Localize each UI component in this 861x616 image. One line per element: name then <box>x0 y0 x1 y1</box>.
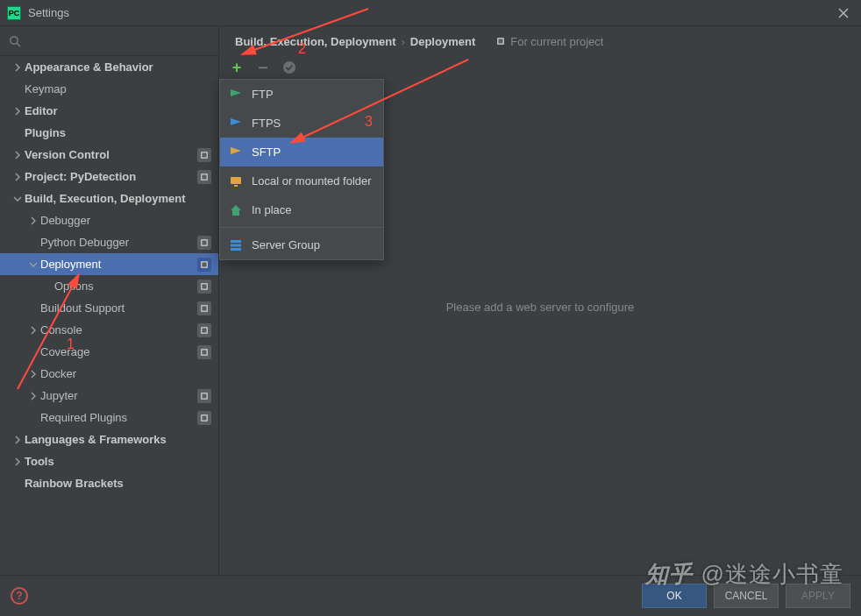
chevron-right-icon <box>11 148 25 162</box>
tree-item-label: Coverage <box>40 345 197 358</box>
tree-item-label: Keymap <box>25 82 211 96</box>
main-panel: Build, Execution, Deployment › Deploymen… <box>219 26 861 575</box>
tree-item-label: Console <box>40 323 197 336</box>
deployment-toolbar: + − <box>219 56 861 79</box>
popup-item-label: FTPS <box>252 117 281 130</box>
tree-item-required-plugins[interactable]: Required Plugins <box>0 407 218 428</box>
project-icon <box>197 236 211 250</box>
svg-point-23 <box>283 61 295 74</box>
tree-item-rainbow-brackets[interactable]: Rainbow Brackets <box>0 472 218 494</box>
tree-item-label: Python Debugger <box>40 236 197 249</box>
svg-rect-16 <box>203 350 207 354</box>
arrow-spacer <box>11 477 25 491</box>
arrow-spacer <box>40 280 54 294</box>
arrow-spacer <box>26 345 40 359</box>
flag-green-icon <box>229 88 243 102</box>
popup-item-server-group[interactable]: Server Group <box>220 230 383 259</box>
chevron-right-icon <box>11 60 25 74</box>
tree-item-build-execution-deployment[interactable]: Build, Execution, Deployment <box>0 188 218 209</box>
tree-item-version-control[interactable]: Version Control <box>0 144 218 166</box>
breadcrumb: Build, Execution, Deployment › Deploymen… <box>219 26 861 56</box>
svg-rect-4 <box>203 174 207 179</box>
tree-item-label: Docker <box>40 367 211 380</box>
apply-button[interactable]: APPLY <box>786 584 850 608</box>
titlebar: PC Settings <box>0 0 861 26</box>
remove-server-button[interactable]: − <box>254 59 272 76</box>
tree-item-label: Languages & Frameworks <box>25 433 211 446</box>
tree-item-appearance-behavior[interactable]: Appearance & Behavior <box>0 56 218 78</box>
separator <box>220 227 383 228</box>
add-server-popup: FTPFTPSSFTPLocal or mounted folderIn pla… <box>219 79 384 260</box>
tree-item-project-pydetection[interactable]: Project: PyDetection <box>0 166 218 188</box>
svg-rect-12 <box>203 306 207 310</box>
home-icon <box>229 203 243 217</box>
tree-item-keymap[interactable]: Keymap <box>0 78 218 100</box>
tree-item-console[interactable]: Console <box>0 319 218 341</box>
search-bar[interactable] <box>0 26 218 56</box>
close-icon[interactable] <box>833 3 854 24</box>
popup-item-local-or-mounted-folder[interactable]: Local or mounted folder <box>220 166 383 195</box>
project-scope-hint: For current project <box>496 35 603 48</box>
tree-item-plugins[interactable]: Plugins <box>0 122 218 144</box>
tree-item-deployment[interactable]: Deployment <box>0 253 218 275</box>
content: Appearance & BehaviorKeymapEditorPlugins… <box>0 26 861 575</box>
dialog-buttons-bar: ? OK CANCEL APPLY <box>0 575 861 616</box>
tree-item-label: Editor <box>25 104 211 117</box>
sidebar: Appearance & BehaviorKeymapEditorPlugins… <box>0 26 219 575</box>
project-icon <box>197 389 211 403</box>
project-icon <box>197 323 211 337</box>
tree-item-options[interactable]: Options <box>0 275 218 297</box>
breadcrumb-root[interactable]: Build, Execution, Deployment <box>235 35 395 48</box>
svg-rect-10 <box>203 284 207 288</box>
chevron-right-icon <box>26 367 40 381</box>
popup-item-label: Local or mounted folder <box>252 174 372 188</box>
tree-item-jupyter[interactable]: Jupyter <box>0 385 218 407</box>
tree-item-label: Rainbow Brackets <box>25 477 211 490</box>
flag-blue-icon <box>229 117 243 131</box>
tree-item-debugger[interactable]: Debugger <box>0 209 218 231</box>
app-logo: PC <box>7 6 21 20</box>
svg-rect-22 <box>499 39 503 43</box>
project-icon <box>197 301 211 315</box>
project-icon <box>197 411 211 425</box>
arrow-spacer <box>26 411 40 425</box>
breadcrumb-leaf: Deployment <box>410 35 475 48</box>
svg-rect-14 <box>203 328 207 332</box>
tree-item-label: Version Control <box>25 148 197 161</box>
arrow-spacer <box>26 301 40 315</box>
svg-rect-8 <box>203 262 207 266</box>
tree-item-label: Appearance & Behavior <box>25 60 211 74</box>
tree-item-python-debugger[interactable]: Python Debugger <box>0 231 218 253</box>
ok-button[interactable]: OK <box>642 584 707 608</box>
arrow-spacer <box>11 126 25 140</box>
chevron-right-icon <box>11 104 25 118</box>
tree-item-docker[interactable]: Docker <box>0 363 218 385</box>
chevron-right-icon <box>11 455 25 469</box>
tree-item-tools[interactable]: Tools <box>0 450 218 472</box>
popup-item-label: Server Group <box>252 238 320 251</box>
popup-item-ftps[interactable]: FTPS <box>220 109 383 138</box>
svg-rect-20 <box>203 415 207 420</box>
search-icon <box>9 35 21 47</box>
cancel-button[interactable]: CANCEL <box>714 584 779 608</box>
flag-yellow-icon <box>229 145 243 159</box>
check-icon[interactable] <box>281 59 298 76</box>
project-icon <box>197 258 211 272</box>
svg-rect-28 <box>231 248 241 251</box>
popup-item-sftp[interactable]: SFTP <box>220 138 383 166</box>
chevron-right-icon <box>26 389 40 403</box>
add-server-button[interactable]: + <box>228 59 245 76</box>
tree-item-label: Project: PyDetection <box>25 170 197 183</box>
chevron-right-icon: › <box>401 35 404 48</box>
help-icon[interactable]: ? <box>11 587 28 605</box>
popup-item-in-place[interactable]: In place <box>220 195 383 224</box>
tree-item-languages-frameworks[interactable]: Languages & Frameworks <box>0 428 218 450</box>
window-title: Settings <box>28 6 69 19</box>
tree-item-buildout-support[interactable]: Buildout Support <box>0 297 218 319</box>
tree-item-coverage[interactable]: Coverage <box>0 341 218 363</box>
tree-item-label: Options <box>54 280 197 293</box>
chevron-right-icon <box>26 214 40 228</box>
tree-item-label: Plugins <box>25 126 211 139</box>
popup-item-ftp[interactable]: FTP <box>220 80 383 109</box>
tree-item-editor[interactable]: Editor <box>0 100 218 122</box>
